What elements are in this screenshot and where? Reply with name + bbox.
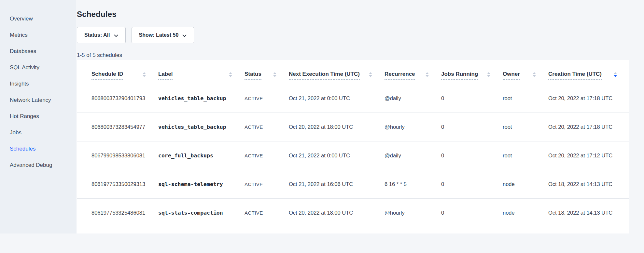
- table-row: 806197753325486081 sql-stats-compaction …: [77, 198, 629, 227]
- sort-icon[interactable]: [143, 72, 146, 80]
- cell-next-execution: Oct 21, 2022 at 16:06 UTC: [289, 170, 385, 198]
- page-title: Schedules: [77, 10, 629, 19]
- cell-jobs-running: 0: [441, 141, 503, 170]
- sidebar-item-overview[interactable]: Overview: [0, 11, 76, 27]
- filter-bar: Status: All Show: Latest 50: [77, 27, 194, 43]
- table-header-row: Schedule ID Label Status: [77, 60, 629, 84]
- sidebar-item-insights[interactable]: Insights: [0, 76, 76, 92]
- cell-label: sql-stats-compaction: [158, 198, 245, 227]
- column-header-recurrence[interactable]: Recurrence: [385, 60, 441, 84]
- cell-owner: node: [503, 170, 548, 198]
- cell-next-execution: Oct 21, 2022 at 0:00 UTC: [289, 84, 385, 113]
- column-header-creation-time[interactable]: Creation Time (UTC): [548, 60, 629, 84]
- sidebar-nav: Overview Metrics Databases SQL Activity …: [0, 11, 76, 173]
- cell-status: ACTIVE: [245, 170, 289, 198]
- schedules-table-card: Schedule ID Label Status: [77, 60, 629, 233]
- cell-schedule-id: 806197753350029313: [77, 170, 158, 198]
- sidebar-item-schedules[interactable]: Schedules: [0, 141, 76, 157]
- chevron-down-icon: [114, 33, 118, 38]
- table-row: 806197753350029313 sql-schema-telemetry …: [77, 170, 629, 198]
- cell-next-execution: Oct 21, 2022 at 0:00 UTC: [289, 141, 385, 170]
- cell-creation-time: Oct 20, 2022 at 17:12 UTC: [548, 141, 629, 170]
- sort-icon-active-desc[interactable]: [614, 72, 617, 80]
- table-row: 806799098533806081 core_full_backups ACT…: [77, 141, 629, 170]
- cell-schedule-id: 806800373283454977: [77, 113, 158, 141]
- cell-schedule-id: 806799098533806081: [77, 141, 158, 170]
- cell-recurrence: @hourly: [385, 113, 441, 141]
- cell-label: vehicles_table_backup: [158, 84, 245, 113]
- column-header-next-execution-time[interactable]: Next Execution Time (UTC): [289, 60, 385, 84]
- status-filter-label: Status: All: [84, 32, 110, 38]
- cell-label: sql-schema-telemetry: [158, 170, 245, 198]
- cell-jobs-running: 0: [441, 84, 503, 113]
- cell-status: ACTIVE: [245, 113, 289, 141]
- cell-label: vehicles_table_backup: [158, 113, 245, 141]
- cell-schedule-id: 806197753325486081: [77, 198, 158, 227]
- cell-creation-time: Oct 20, 2022 at 17:18 UTC: [548, 84, 629, 113]
- cell-next-execution: Oct 20, 2022 at 18:00 UTC: [289, 113, 385, 141]
- status-filter-dropdown[interactable]: Status: All: [77, 27, 126, 43]
- sort-icon[interactable]: [229, 72, 232, 80]
- sidebar-item-hot-ranges[interactable]: Hot Ranges: [0, 108, 76, 125]
- cell-recurrence: @daily: [385, 141, 441, 170]
- show-filter-label: Show: Latest 50: [139, 32, 179, 38]
- cell-owner: root: [503, 113, 548, 141]
- sidebar: Overview Metrics Databases SQL Activity …: [0, 0, 76, 233]
- main-content: Schedules Status: All Show: Latest 50 1-…: [77, 0, 629, 19]
- cell-creation-time: Oct 20, 2022 at 17:18 UTC: [548, 113, 629, 141]
- column-header-schedule-id[interactable]: Schedule ID: [77, 60, 158, 84]
- sidebar-item-network-latency[interactable]: Network Latency: [0, 92, 76, 108]
- sidebar-item-sql-activity[interactable]: SQL Activity: [0, 60, 76, 76]
- column-header-jobs-running[interactable]: Jobs Running: [441, 60, 503, 84]
- column-header-owner[interactable]: Owner: [503, 60, 548, 84]
- results-count: 1-5 of 5 schedules: [77, 52, 122, 59]
- sort-icon[interactable]: [273, 72, 276, 80]
- cell-jobs-running: 0: [441, 170, 503, 198]
- sort-icon[interactable]: [533, 72, 536, 80]
- column-header-label[interactable]: Label: [158, 60, 245, 84]
- cell-next-execution: Oct 20, 2022 at 18:00 UTC: [289, 198, 385, 227]
- cell-schedule-id: 806800373290401793: [77, 84, 158, 113]
- schedules-table: Schedule ID Label Status: [77, 60, 629, 227]
- cell-label: core_full_backups: [158, 141, 245, 170]
- column-header-status[interactable]: Status: [245, 60, 289, 84]
- cell-creation-time: Oct 18, 2022 at 14:13 UTC: [548, 198, 629, 227]
- cell-jobs-running: 0: [441, 113, 503, 141]
- sidebar-item-metrics[interactable]: Metrics: [0, 27, 76, 43]
- sort-icon[interactable]: [487, 72, 490, 80]
- table-row: 806800373290401793 vehicles_table_backup…: [77, 84, 629, 113]
- sidebar-item-jobs[interactable]: Jobs: [0, 125, 76, 141]
- cell-owner: root: [503, 84, 548, 113]
- sort-icon[interactable]: [426, 72, 429, 80]
- show-filter-dropdown[interactable]: Show: Latest 50: [132, 27, 194, 43]
- cell-owner: node: [503, 198, 548, 227]
- table-row: 806800373283454977 vehicles_table_backup…: [77, 113, 629, 141]
- cell-recurrence: 6 16 * * 5: [385, 170, 441, 198]
- sidebar-item-advanced-debug[interactable]: Advanced Debug: [0, 157, 76, 173]
- cell-status: ACTIVE: [245, 84, 289, 113]
- sidebar-item-databases[interactable]: Databases: [0, 43, 76, 60]
- cell-status: ACTIVE: [245, 198, 289, 227]
- chevron-down-icon: [182, 33, 187, 38]
- cell-recurrence: @hourly: [385, 198, 441, 227]
- cell-recurrence: @daily: [385, 84, 441, 113]
- cell-status: ACTIVE: [245, 141, 289, 170]
- sort-icon[interactable]: [369, 72, 372, 80]
- cell-owner: root: [503, 141, 548, 170]
- cell-jobs-running: 0: [441, 198, 503, 227]
- cell-creation-time: Oct 18, 2022 at 14:13 UTC: [548, 170, 629, 198]
